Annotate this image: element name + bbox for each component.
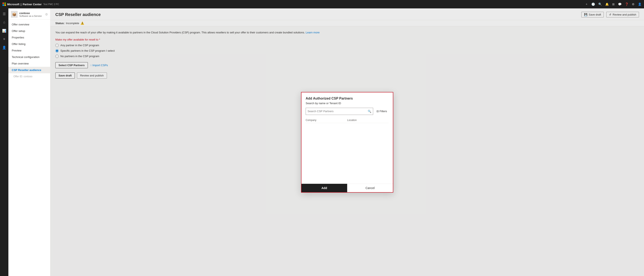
top-bar-separator: | (21, 3, 22, 6)
table-body (306, 123, 389, 182)
sidebar-company-type: Software as a Service (19, 15, 42, 17)
sidebar-item-csp-reseller-audience[interactable]: CSP Reseller audience (8, 67, 50, 73)
search-icon[interactable]: 🔍 (598, 3, 602, 6)
settings-icon[interactable]: ⚙ (632, 3, 634, 6)
top-bar-product: Partner Center (23, 3, 42, 6)
search-box: 🔍 (306, 108, 373, 115)
apps-icon[interactable]: ⊞ (612, 3, 615, 6)
clock-icon[interactable]: 🕐 (592, 3, 595, 6)
col-company-header: Company (306, 119, 347, 122)
modal-body: Add Authorized CSP Partners Search by na… (302, 92, 393, 182)
sidebar-item-offer-overview[interactable]: Offer overview (8, 21, 50, 28)
modal-subtitle: Search by name or Tenant ID (306, 102, 389, 105)
avatar-icon[interactable]: 👤 (638, 3, 642, 6)
app-shell: ☰ ⌂ 📊 ≡ 👤 📦 contoso Software as a Servic… (0, 9, 644, 276)
sidebar-item-technical-configuration[interactable]: Technical configuration (8, 54, 50, 60)
sidebar: 📦 contoso Software as a Service ⟨⟩ Offer… (8, 9, 50, 276)
top-bar-left: Microsoft | Partner Center Test PMC 2 PC (2, 3, 59, 6)
icon-rail: ☰ ⌂ 📊 ≡ 👤 (0, 9, 8, 276)
rail-person-icon[interactable]: 👤 (0, 44, 8, 51)
rail-list-icon[interactable]: ≡ (0, 35, 8, 43)
ms-logo: Microsoft | Partner Center (2, 3, 42, 6)
question-icon[interactable]: ❓ (625, 3, 628, 6)
sidebar-item-preview[interactable]: Preview (8, 47, 50, 54)
rail-chart-icon[interactable]: 📊 (0, 27, 8, 35)
sidebar-item-offer-setup[interactable]: Offer setup (8, 28, 50, 34)
ms-logo-squares (2, 3, 6, 6)
top-bar-right: ＋ 🕐 🔍 🔔 ⊞ 💬 ❓ ⚙ 👤 (585, 2, 642, 6)
sidebar-item-plan-overview[interactable]: Plan overview (8, 60, 50, 67)
top-bar: Microsoft | Partner Center Test PMC 2 PC… (0, 0, 644, 9)
rail-home2-icon[interactable]: ⌂ (0, 19, 8, 26)
filter-icon: ⊟ (376, 110, 379, 113)
search-row: 🔍 ⊟ Filters (306, 108, 389, 115)
bell-icon[interactable]: 🔔 (605, 3, 609, 6)
sidebar-company-info: contoso Software as a Service (19, 12, 42, 17)
sidebar-header: 📦 contoso Software as a Service ⟨⟩ (8, 9, 50, 20)
modal-overlay: Add Authorized CSP Partners Search by na… (50, 9, 644, 276)
csp-search-button[interactable]: 🔍 (366, 108, 373, 115)
sidebar-expand-icon[interactable]: ⟨⟩ (46, 13, 48, 16)
modal-add-button[interactable]: Add (302, 184, 347, 192)
modal-cancel-button[interactable]: Cancel (347, 184, 393, 192)
col-location-header: Location (347, 119, 389, 122)
sidebar-nav: Offer overview Offer setup Properties Of… (8, 20, 50, 276)
filters-label: Filters (380, 110, 387, 113)
filters-button[interactable]: ⊟ Filters (375, 109, 389, 114)
rail-home-icon[interactable]: ☰ (0, 10, 8, 18)
chat-icon[interactable]: 💬 (618, 3, 622, 6)
modal-title: Add Authorized CSP Partners (306, 97, 389, 100)
main-content: CSP Reseller audience 💾 Save draft ↺ Rev… (50, 9, 644, 276)
sidebar-app-icon: 📦 (11, 11, 18, 18)
modal-add-csp: Add Authorized CSP Partners Search by na… (301, 92, 393, 193)
ms-brand: Microsoft (7, 3, 20, 6)
csp-search-input[interactable] (306, 108, 366, 114)
top-bar-env: Test PMC 2 PC (43, 3, 59, 6)
plus-icon[interactable]: ＋ (585, 2, 588, 6)
sidebar-company-name: contoso (19, 12, 42, 15)
table-header: Company Location (306, 117, 389, 123)
sidebar-item-offer-listing[interactable]: Offer listing (8, 41, 50, 47)
sidebar-item-properties[interactable]: Properties (8, 34, 50, 41)
sidebar-item-offer-id: Offer ID: contoso (8, 73, 50, 80)
modal-footer: Add Cancel (302, 184, 393, 192)
